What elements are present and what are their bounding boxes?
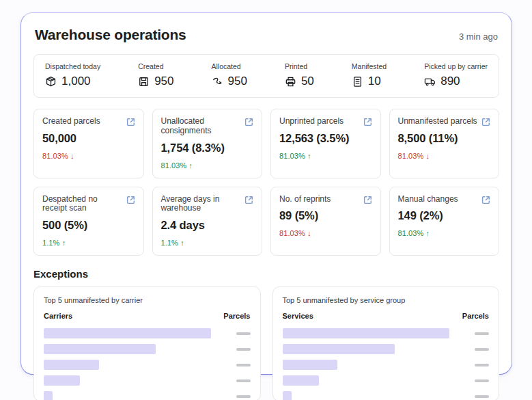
external-link-icon[interactable] (126, 117, 135, 126)
kpi-card-no-of-reprints: No. of reprints 89 (5%) 81.03% ↓ (270, 187, 381, 256)
summary-label: Picked up by carrier (424, 62, 488, 70)
service-bar (283, 360, 338, 370)
external-link-icon[interactable] (244, 195, 253, 204)
carrier-bar (44, 328, 211, 338)
parcels-value-placeholder (455, 395, 489, 398)
placeholder-dash (236, 332, 251, 335)
external-link-icon[interactable] (363, 117, 372, 126)
summary-label: Printed (285, 62, 314, 70)
summary-value: 950 (228, 75, 247, 88)
truck-icon (424, 76, 436, 88)
bar-row (283, 388, 490, 400)
kpi-title: Unmanifested parcels (398, 117, 477, 126)
bar-track (44, 328, 216, 338)
kpi-delta: 81.03% ↓ (279, 229, 372, 237)
kpi-title: No. of reprints (279, 195, 331, 204)
placeholder-dash (236, 364, 251, 366)
bar-row (44, 373, 251, 388)
kpi-delta: 1.1% ↑ (161, 239, 254, 247)
kpi-grid: Created parcels 50,000 81.03% ↓ Unalloca… (33, 109, 499, 256)
summary-value: 950 (154, 75, 173, 88)
kpi-value: 2.4 days (161, 219, 254, 232)
placeholder-dash (236, 379, 251, 382)
chart-col-header-right: Parcels (462, 312, 489, 320)
parcels-value-placeholder (455, 332, 489, 335)
bar-row (44, 357, 251, 373)
save-icon (138, 76, 150, 88)
parcels-value-placeholder (216, 348, 251, 351)
kpi-card-unmanifested-parcels: Unmanifested parcels 8,500 (11%) 81.03% … (389, 109, 500, 178)
kpi-title: Created parcels (42, 117, 100, 126)
kpi-value: 500 (5%) (42, 219, 135, 232)
bar-track (283, 328, 456, 338)
kpi-delta: 1.1% ↑ (42, 239, 135, 247)
bar-track (283, 375, 456, 386)
summary-strip: Dispatched today 1,000 Created 950 Alloc… (33, 54, 499, 98)
kpi-value: 1,754 (8.3%) (161, 142, 254, 155)
service-bar (283, 391, 292, 400)
external-link-icon[interactable] (363, 195, 372, 204)
last-updated-text: 3 min ago (459, 31, 498, 42)
external-link-icon[interactable] (244, 117, 253, 126)
placeholder-dash (475, 364, 489, 366)
parcels-value-placeholder (455, 364, 489, 366)
summary-value: 10 (368, 75, 381, 88)
kpi-delta: 81.03% ↑ (279, 152, 372, 160)
exceptions-heading: Exceptions (33, 268, 499, 280)
chart-col-header-left: Carriers (44, 312, 72, 320)
bar-row (283, 373, 490, 388)
manifest-icon (352, 76, 363, 88)
summary-value: 890 (440, 75, 460, 88)
service-bar (283, 344, 395, 354)
summary-label: Created (138, 62, 173, 70)
printer-icon (285, 76, 296, 88)
bar-row (44, 325, 251, 341)
parcels-value-placeholder (216, 395, 251, 398)
kpi-value: 89 (5%) (279, 209, 372, 222)
bar-track (283, 391, 456, 400)
kpi-delta: 81.03% ↑ (398, 229, 491, 237)
summary-value: 50 (301, 75, 314, 88)
summary-label: Allocated (212, 62, 247, 70)
kpi-delta: 81.03% ↓ (398, 152, 491, 160)
bar-row (283, 341, 490, 357)
chart-unmanifested-by-carrier: Top 5 unmanifested by carrier Carriers P… (33, 286, 261, 400)
kpi-title: Unallocated consignments (161, 117, 242, 136)
summary-item-manifested: Manifested 10 (352, 62, 387, 88)
placeholder-dash (475, 395, 489, 398)
kpi-card-average-days-in-warehouse: Average days in warehouse 2.4 days 1.1% … (152, 187, 263, 256)
kpi-value: 8,500 (11%) (398, 132, 491, 145)
summary-item-picked-up: Picked up by carrier 890 (424, 62, 488, 88)
parcels-value-placeholder (455, 379, 489, 382)
external-link-icon[interactable] (481, 195, 490, 204)
kpi-value: 50,000 (42, 132, 135, 145)
carrier-bar (44, 360, 99, 370)
parcels-value-placeholder (216, 332, 251, 335)
external-link-icon[interactable] (481, 117, 490, 126)
kpi-delta: 81.03% ↑ (161, 161, 254, 170)
parcels-value-placeholder (455, 348, 489, 351)
bar-row (283, 325, 490, 341)
service-bar (283, 328, 450, 338)
carrier-bar (44, 391, 53, 400)
external-link-icon[interactable] (126, 195, 135, 204)
page-title: Warehouse operations (35, 27, 186, 43)
chart-unmanifested-by-service-group: Top 5 unmanifested by service group Serv… (272, 286, 500, 400)
summary-item-allocated: Allocated 950 (212, 62, 247, 88)
placeholder-dash (236, 395, 251, 398)
parcels-value-placeholder (216, 379, 251, 382)
kpi-card-despatched-no-receipt-scan: Despatched no receipt scan 500 (5%) 1.1%… (33, 187, 144, 256)
kpi-delta: 81.03% ↓ (42, 152, 135, 160)
bar-track (283, 344, 456, 354)
route-arrow-icon (212, 76, 223, 88)
placeholder-dash (475, 348, 489, 351)
chart-title: Top 5 unmanifested by service group (283, 296, 490, 304)
summary-label: Manifested (352, 62, 387, 70)
package-icon (45, 76, 57, 88)
kpi-title: Despatched no receipt scan (42, 195, 124, 214)
bar-track (44, 391, 216, 400)
summary-item-dispatched-today: Dispatched today 1,000 (45, 62, 100, 88)
summary-item-printed: Printed 50 (285, 62, 314, 88)
bar-row (44, 388, 251, 400)
kpi-card-unallocated-consignments: Unallocated consignments 1,754 (8.3%) 81… (152, 109, 263, 178)
